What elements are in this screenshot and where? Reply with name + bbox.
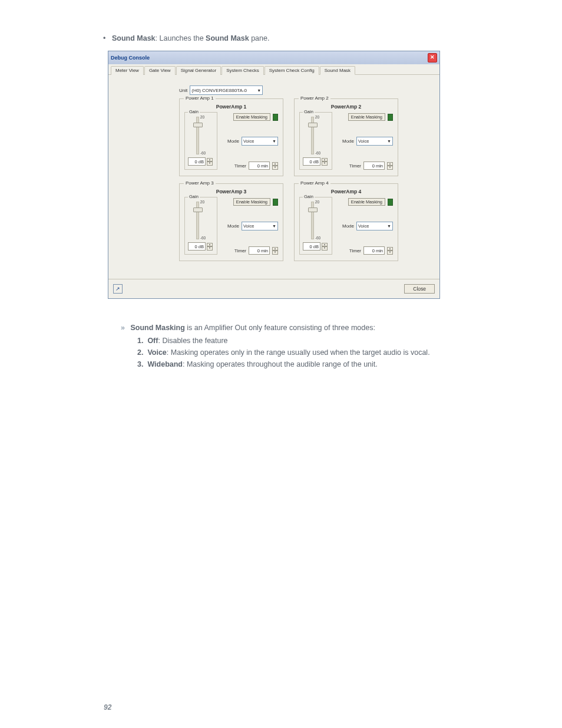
masking-led-icon — [273, 114, 278, 121]
page-number: 92 — [104, 703, 111, 711]
gain-stepper[interactable]: ▲▼ — [207, 158, 213, 166]
power-amp-1-group: Power Amp 1 PowerAmp 1 Gain 20 -60 — [179, 98, 283, 176]
body-text: » Sound Masking is an Amplifier Out only… — [121, 322, 503, 370]
mode-label: Mode — [342, 223, 354, 229]
chevron-down-icon: ▼ — [270, 224, 276, 228]
tabstrip: Meter View Gate View Signal Generator Sy… — [108, 64, 439, 75]
chevron-down-icon: ▼ — [270, 139, 276, 143]
timer-label: Timer — [234, 248, 246, 253]
power-amp-3-group: Power Amp 3 PowerAmp 3 Gain 20 -60 — [179, 183, 283, 261]
unit-label: Unit — [179, 88, 187, 93]
mode-select[interactable]: Voice▼ — [242, 222, 278, 230]
masking-led-icon — [273, 199, 278, 206]
gain-stepper[interactable]: ▲▼ — [322, 158, 328, 166]
popout-icon[interactable]: ↗ — [113, 284, 123, 294]
timer-stepper[interactable]: ▲▼ — [387, 162, 393, 170]
unit-select[interactable]: (H0) CONVERGE880TA-0 ▼ — [190, 85, 263, 95]
chevron-down-icon: ▼ — [385, 139, 391, 143]
gain-value[interactable]: 0 dB — [303, 157, 320, 166]
mode-label: Mode — [227, 139, 239, 144]
gain-slider[interactable] — [311, 117, 314, 154]
mode-label: Mode — [342, 139, 354, 144]
masking-led-icon — [388, 199, 393, 206]
list-item: 2. Voice: Masking operates only in the r… — [137, 347, 503, 358]
timer-label: Timer — [234, 163, 246, 169]
timer-value[interactable]: 0 min — [363, 246, 385, 255]
mode-select[interactable]: Voice▼ — [356, 222, 393, 230]
tab-system-checks[interactable]: System Checks — [222, 66, 264, 75]
timer-label: Timer — [349, 163, 361, 169]
enable-masking-button[interactable]: Enable Masking — [233, 113, 270, 121]
timer-label: Timer — [349, 248, 361, 253]
tab-gate-view[interactable]: Gate View — [144, 66, 176, 75]
power-amp-2-group: Power Amp 2 PowerAmp 2 Gain 20 -60 — [294, 98, 398, 176]
pane-body: Unit (H0) CONVERGE880TA-0 ▼ Power Amp 1 … — [108, 75, 439, 279]
intro-bullet: • Sound Mask: Launches the Sound Mask pa… — [103, 34, 503, 42]
gain-value[interactable]: 0 dB — [188, 242, 206, 251]
gain-box: Gain 20 -60 0 dB — [184, 112, 217, 170]
gain-stepper[interactable]: ▲▼ — [322, 243, 328, 251]
power-amp-4-group: Power Amp 4 PowerAmp 4 Gain 20 -60 — [294, 183, 398, 261]
timer-value[interactable]: 0 min — [363, 162, 385, 170]
titlebar: Debug Console ✕ — [108, 51, 439, 64]
gain-box: Gain 20 -60 0 dB — [299, 112, 332, 170]
gain-value[interactable]: 0 dB — [303, 242, 320, 251]
tab-signal-generator[interactable]: Signal Generator — [176, 66, 221, 75]
enable-masking-button[interactable]: Enable Masking — [233, 198, 270, 206]
gain-value[interactable]: 0 dB — [188, 157, 206, 166]
mode-select[interactable]: Voice▼ — [356, 137, 393, 146]
enable-masking-button[interactable]: Enable Masking — [348, 198, 385, 206]
gain-box: Gain 20 -60 0 dB — [299, 197, 332, 255]
masking-led-icon — [388, 114, 393, 121]
timer-stepper[interactable]: ▲▼ — [272, 162, 278, 170]
gain-stepper[interactable]: ▲▼ — [207, 243, 213, 251]
timer-value[interactable]: 0 min — [249, 162, 270, 170]
timer-value[interactable]: 0 min — [249, 246, 270, 255]
enable-masking-button[interactable]: Enable Masking — [348, 113, 385, 121]
chevron-down-icon: ▼ — [385, 224, 391, 228]
list-item: 3. Wideband: Masking operates throughout… — [137, 359, 503, 370]
debug-console-dialog: Debug Console ✕ Meter View Gate View Sig… — [108, 51, 440, 299]
tab-sound-mask[interactable]: Sound Mask — [320, 66, 355, 75]
timer-stepper[interactable]: ▲▼ — [272, 247, 278, 255]
lead-bold: Sound Mask — [112, 34, 156, 42]
gain-slider[interactable] — [196, 202, 199, 239]
mode-label: Mode — [227, 223, 239, 229]
tab-meter-view[interactable]: Meter View — [111, 66, 144, 75]
window-title: Debug Console — [111, 55, 150, 61]
chevron-icon: » — [121, 324, 125, 332]
close-button[interactable]: Close — [404, 284, 435, 294]
gain-box: Gain 20 -60 0 dB — [184, 197, 217, 255]
list-item: 1. Off: Disables the feature — [137, 335, 503, 346]
close-icon[interactable]: ✕ — [428, 53, 437, 62]
gain-slider[interactable] — [196, 117, 199, 154]
timer-stepper[interactable]: ▲▼ — [387, 247, 393, 255]
gain-slider[interactable] — [311, 202, 314, 239]
chevron-down-icon: ▼ — [255, 88, 261, 93]
tab-system-check-config[interactable]: System Check Config — [265, 66, 319, 75]
mode-select[interactable]: Voice▼ — [242, 137, 278, 146]
